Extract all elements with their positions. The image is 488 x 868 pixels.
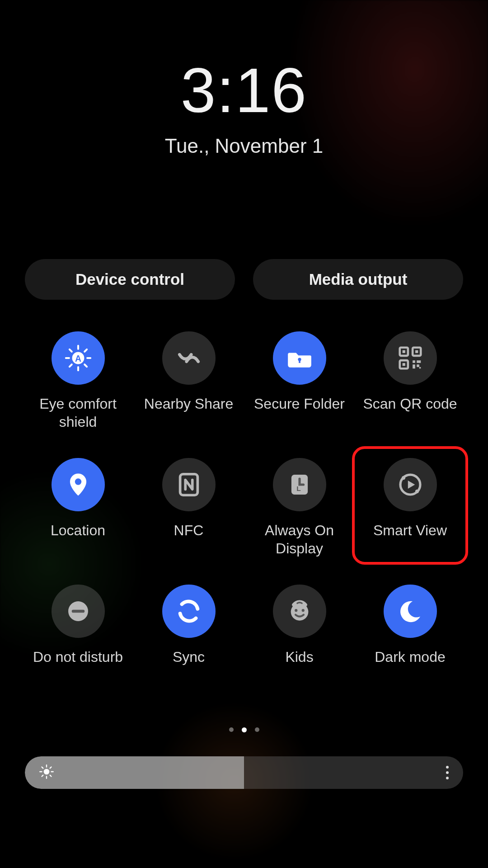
tile-label: Secure Folder: [254, 395, 345, 413]
brightness-more-button[interactable]: [445, 756, 450, 789]
svg-line-7: [42, 775, 43, 777]
tile-scan-qr-code[interactable]: Scan QR code: [355, 331, 465, 431]
svg-line-6: [50, 775, 52, 777]
location-icon[interactable]: [52, 458, 105, 511]
svg-point-10: [446, 771, 449, 774]
dnd-icon[interactable]: [52, 585, 105, 638]
brightness-sun-icon: [38, 764, 55, 782]
tile-label: Scan QR code: [363, 395, 457, 413]
tile-nearby-share[interactable]: Nearby Share: [133, 331, 244, 431]
tile-label: NFC: [174, 521, 204, 539]
tile-kids[interactable]: Kids: [244, 585, 355, 666]
svg-point-9: [446, 766, 449, 769]
secure-folder-icon[interactable]: [273, 331, 326, 385]
media-output-label: Media output: [309, 270, 408, 288]
tile-dark-mode[interactable]: Dark mode: [355, 585, 465, 666]
smart-view-icon[interactable]: [384, 458, 437, 511]
nearby-share-icon[interactable]: [162, 331, 216, 385]
device-control-label: Device control: [75, 270, 184, 288]
quick-settings-panel: 3:16 Tue., November 1 Device control Med…: [0, 0, 488, 868]
clock-square-icon[interactable]: [273, 458, 326, 511]
media-output-button[interactable]: Media output: [253, 259, 463, 300]
tile-label: Eye comfort shield: [28, 395, 128, 431]
page-dot[interactable]: [242, 727, 247, 732]
tile-label: Smart View: [373, 521, 447, 539]
tile-always-on-display[interactable]: Always On Display: [244, 458, 355, 557]
tile-do-not-disturb[interactable]: Do not disturb: [23, 585, 133, 666]
control-pill-row: Device control Media output: [0, 259, 488, 300]
tile-eye-comfort-shield[interactable]: Eye comfort shield: [23, 331, 133, 431]
nfc-icon[interactable]: [162, 458, 216, 511]
tile-sync[interactable]: Sync: [133, 585, 244, 666]
page-dot[interactable]: [229, 727, 234, 732]
tile-label: Sync: [173, 648, 205, 666]
quick-tiles-grid: Eye comfort shieldNearby ShareSecure Fol…: [0, 331, 488, 666]
tile-location[interactable]: Location: [23, 458, 133, 557]
svg-line-5: [42, 767, 43, 769]
page-dot[interactable]: [255, 727, 259, 732]
clock-date: Tue., November 1: [0, 135, 488, 157]
eye-comfort-icon[interactable]: [52, 331, 105, 385]
tile-label: Dark mode: [375, 648, 446, 666]
tile-label: Kids: [285, 648, 313, 666]
pagination-dots[interactable]: [0, 727, 488, 732]
device-control-button[interactable]: Device control: [25, 259, 235, 300]
moon-icon[interactable]: [384, 585, 437, 638]
tile-label: Always On Display: [250, 521, 349, 557]
tile-smart-view[interactable]: Smart View: [355, 458, 465, 557]
svg-line-8: [50, 767, 52, 769]
clock-area: 3:16 Tue., November 1: [0, 0, 488, 157]
tile-label: Do not disturb: [33, 648, 123, 666]
svg-point-11: [446, 777, 449, 779]
brightness-slider[interactable]: [25, 756, 463, 789]
sync-icon[interactable]: [162, 585, 216, 638]
tile-label: Nearby Share: [144, 395, 233, 413]
tile-label: Location: [51, 521, 105, 539]
svg-point-0: [44, 769, 50, 775]
tile-nfc[interactable]: NFC: [133, 458, 244, 557]
kids-icon[interactable]: [273, 585, 326, 638]
qr-code-icon[interactable]: [384, 331, 437, 385]
tile-secure-folder[interactable]: Secure Folder: [244, 331, 355, 431]
brightness-fill: [25, 756, 244, 789]
clock-time: 3:16: [0, 59, 488, 122]
